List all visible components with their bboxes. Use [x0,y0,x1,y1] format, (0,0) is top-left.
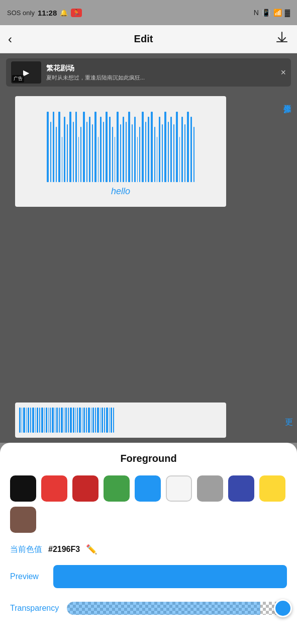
slider-fill [67,602,260,615]
top-bar: ‹ Edit [0,25,297,53]
color-swatch-7[interactable] [228,475,254,502]
ad-text: 繁花剧场 夏时从未想过，重逢后陆南沉如此疯狂... [46,64,275,82]
ad-title: 繁花剧场 [46,64,275,73]
barcode-strip [15,403,226,438]
status-left: SOS only 11:28 🔔 🏃 [7,9,82,17]
status-bar: SOS only 11:28 🔔 🏃 N 📳 📶 ▓ [0,0,297,25]
preview-label: Preview [10,572,45,581]
current-color-value: #2196F3 [48,545,80,554]
color-swatch-9[interactable] [10,507,36,533]
vib-icon: 📳 [262,9,270,17]
current-color-row: 当前色值 #2196F3 ✏️ [10,544,287,555]
barcode-main: hello [15,96,226,207]
ad-banner: 广告 繁花剧场 夏时从未想过，重逢后陆南沉如此疯狂... × [6,58,291,87]
wifi-icon: 📶 [273,9,282,17]
slider-track [67,602,287,615]
color-swatches [10,475,287,533]
ad-label: 广告 [12,75,24,83]
back-button[interactable]: ‹ [8,32,12,46]
current-color-label: 当前色值 [10,544,42,555]
battery-icon: ▓ [285,9,290,17]
color-swatch-3[interactable] [104,475,130,502]
side-label2[interactable]: 更 [285,417,293,428]
slider-thumb[interactable] [274,599,292,617]
page-title: Edit [134,33,153,45]
transparency-row: Transparency [10,598,287,618]
download-button[interactable] [275,31,289,48]
main-content: 广告 繁花剧场 夏时从未想过，重逢后陆南沉如此疯狂... × hello 更多操… [0,53,297,443]
color-swatch-5[interactable] [166,475,192,502]
status-time: 11:28 [38,9,57,17]
color-swatch-2[interactable] [72,475,98,502]
run-icon: 🏃 [71,9,82,17]
color-swatch-4[interactable] [135,475,161,502]
nfc-icon: N [254,9,259,17]
ad-subtitle: 夏时从未想过，重逢后陆南沉如此疯狂... [46,74,275,82]
color-swatch-1[interactable] [41,475,67,502]
barcode-bars [47,107,194,182]
color-swatch-0[interactable] [10,475,36,502]
transparency-label: Transparency [10,604,59,613]
barcode-text: hello [111,186,130,197]
transparency-slider[interactable] [67,598,287,618]
bell-icon: 🔔 [60,9,68,17]
color-swatch-8[interactable] [259,475,285,502]
sheet-title: Foreground [10,453,287,464]
ad-close-button[interactable]: × [280,67,286,78]
preview-row: Preview [10,565,287,588]
color-swatch-6[interactable] [197,475,223,502]
bottom-sheet: Foreground 当前色值 #2196F3 ✏️ Preview Trans… [0,443,297,644]
preview-bar [53,565,287,588]
edit-color-button[interactable]: ✏️ [86,544,97,555]
sos-text: SOS only [7,9,35,17]
ad-thumbnail: 广告 [11,61,41,84]
status-right: N 📳 📶 ▓ [254,9,290,17]
